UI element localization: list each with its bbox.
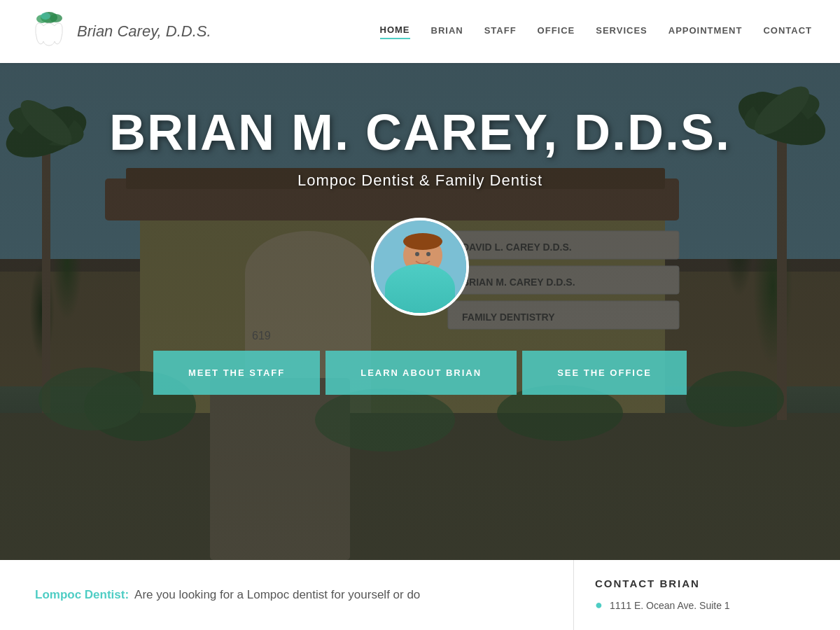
bottom-body-text: Are you looking for a Lompoc dentist for… [134,586,420,604]
hero-section: DAVID L. CAREY D.D.S. BRIAN M. CAREY D.D… [0,63,840,560]
nav-appointment[interactable]: APPOINTMENT [668,25,743,38]
contact-address: 1111 E. Ocean Ave. Suite 1 [610,600,730,611]
svg-point-38 [393,280,452,316]
learn-about-brian-button[interactable]: LEARN ABOUT BRIAN [326,351,517,395]
lompoc-dentist-highlight: Lompoc Dentist: [35,586,129,604]
main-nav: HOME BRIAN STAFF OFFICE SERVICES APPOINT… [380,24,813,39]
svg-point-39 [415,252,419,256]
see-office-button[interactable]: SEE THE OFFICE [522,351,687,395]
hero-title: BRIAN M. CAREY, D.D.S. [0,105,840,160]
bottom-section: Lompoc Dentist: Are you looking for a Lo… [0,560,840,630]
avatar [371,218,469,316]
nav-office[interactable]: OFFICE [538,25,575,38]
contact-brian-title: CONTACT BRIAN [595,578,819,589]
nav-services[interactable]: SERVICES [596,25,648,38]
contact-address-row: ● 1111 E. Ocean Ave. Suite 1 [595,598,819,612]
logo-text: Brian Carey, D.D.S. [77,22,211,41]
contact-sidebar: CONTACT BRIAN ● 1111 E. Ocean Ave. Suite… [574,560,840,630]
nav-contact[interactable]: CONTACT [763,25,812,38]
nav-staff[interactable]: STAFF [484,25,517,38]
logo[interactable]: Brian Carey, D.D.S. [28,10,211,52]
logo-tooth-icon [28,10,70,52]
svg-point-3 [41,13,50,20]
svg-point-37 [403,233,442,250]
hero-content: BRIAN M. CAREY, D.D.S. Lompoc Dentist & … [0,105,840,351]
svg-point-40 [426,252,430,256]
nav-brian[interactable]: BRIAN [431,25,463,38]
meet-staff-button[interactable]: MEET THE STAFF [153,351,320,395]
site-header: Brian Carey, D.D.S. HOME BRIAN STAFF OFF… [0,0,840,63]
nav-home[interactable]: HOME [380,24,410,39]
bottom-left-content: Lompoc Dentist: Are you looking for a Lo… [0,560,574,630]
map-pin-icon: ● [595,598,603,612]
hero-buttons: MEET THE STAFF LEARN ABOUT BRIAN SEE THE… [150,351,690,395]
avatar-svg [374,220,469,316]
hero-subtitle: Lompoc Dentist & Family Dentist [0,172,840,190]
svg-point-2 [50,14,62,22]
